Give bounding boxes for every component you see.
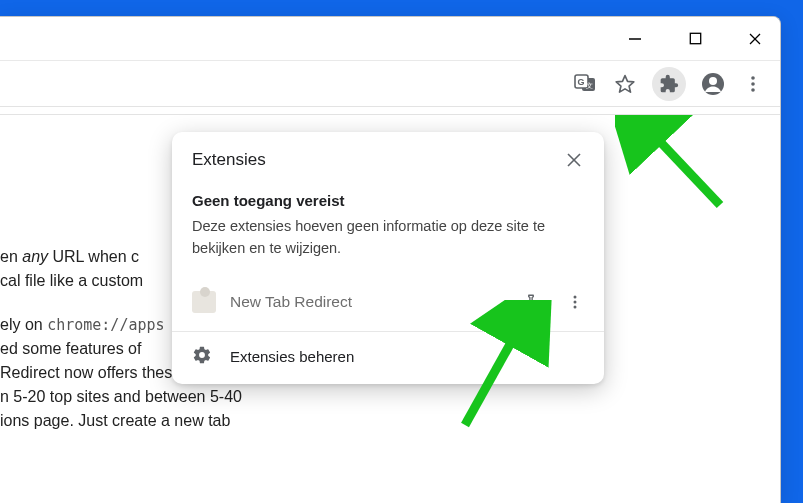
section-heading: Geen toegang vereist: [192, 192, 584, 209]
profile-avatar-icon[interactable]: [700, 71, 726, 97]
text-fragment: Redirect now offers these: [0, 364, 181, 381]
window-maximize-button[interactable]: [680, 24, 710, 54]
svg-point-9: [709, 77, 717, 85]
window-titlebar: [0, 17, 780, 60]
pin-icon[interactable]: [516, 287, 546, 317]
translate-icon[interactable]: G 文: [572, 71, 598, 97]
svg-point-15: [574, 296, 577, 299]
svg-point-10: [751, 76, 755, 80]
extension-name: New Tab Redirect: [230, 293, 502, 311]
menu-dots-icon[interactable]: [740, 71, 766, 97]
extension-row[interactable]: New Tab Redirect: [172, 277, 604, 331]
popup-header: Extensies: [172, 132, 604, 178]
extensions-popup: Extensies Geen toegang vereist Deze exte…: [172, 132, 604, 384]
text-fragment: ely on: [0, 316, 47, 333]
extension-icon: [192, 291, 216, 313]
popup-section: Geen toegang vereist Deze extensies hoev…: [172, 178, 604, 277]
text-fragment: cal file like a custom: [0, 272, 143, 289]
window-minimize-button[interactable]: [620, 24, 650, 54]
text-fragment: ions page. Just create a new tab: [0, 412, 230, 429]
svg-point-17: [574, 306, 577, 309]
manage-extensions-label: Extensies beheren: [230, 348, 354, 365]
text-fragment: chrome://apps: [47, 316, 164, 334]
close-icon[interactable]: [562, 148, 586, 172]
section-description: Deze extensies hoeven geen informatie op…: [192, 215, 584, 259]
text-fragment: en: [0, 248, 22, 265]
svg-rect-1: [690, 33, 700, 43]
text-fragment: any: [22, 248, 48, 265]
extension-menu-dots-icon[interactable]: [560, 287, 590, 317]
extensions-puzzle-icon[interactable]: [652, 67, 686, 101]
text-fragment: n 5-20 top sites and between 5-40: [0, 388, 242, 405]
svg-text:文: 文: [586, 82, 593, 89]
svg-point-12: [751, 88, 755, 92]
browser-toolbar: G 文: [0, 60, 780, 107]
text-fragment: ed some features of: [0, 340, 141, 357]
manage-extensions-row[interactable]: Extensies beheren: [172, 331, 604, 384]
svg-point-11: [751, 82, 755, 86]
gear-icon: [192, 345, 212, 368]
text-fragment: URL when c: [48, 248, 139, 265]
star-bookmark-icon[interactable]: [612, 71, 638, 97]
svg-text:G: G: [577, 77, 584, 87]
popup-title: Extensies: [192, 150, 266, 170]
svg-point-16: [574, 301, 577, 304]
window-close-button[interactable]: [740, 24, 770, 54]
